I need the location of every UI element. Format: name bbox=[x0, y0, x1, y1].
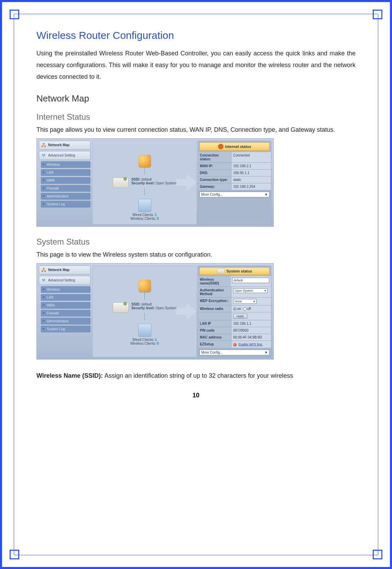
corner-decoration bbox=[373, 10, 382, 19]
panel-header: System status bbox=[199, 267, 270, 275]
radio-on[interactable] bbox=[233, 307, 237, 311]
settings-icon bbox=[41, 153, 46, 158]
sidebar-item-advanced-setting[interactable]: Advanced Setting bbox=[39, 276, 90, 285]
status-value: None▾ bbox=[231, 298, 271, 305]
status-label: PIN code bbox=[198, 327, 231, 334]
connector-line bbox=[144, 292, 145, 300]
more-config-dropdown[interactable]: More Config... ▼ bbox=[199, 192, 270, 197]
chevron-down-icon: ▼ bbox=[264, 351, 268, 354]
status-value bbox=[230, 276, 271, 287]
radio-off[interactable] bbox=[243, 307, 247, 311]
status-value: 192.168.2.254 bbox=[231, 183, 271, 190]
svg-rect-1 bbox=[42, 146, 43, 147]
router-node-icon[interactable] bbox=[113, 302, 129, 313]
wep-encryption-select[interactable]: None▾ bbox=[233, 299, 257, 304]
corner-decoration bbox=[10, 550, 19, 559]
status-label: Authentication Method: bbox=[198, 287, 231, 297]
status-value: 168.95.1.1 bbox=[231, 170, 271, 176]
arrow-icon bbox=[174, 299, 198, 323]
sidebar-item-network-map[interactable]: Network Map bbox=[39, 266, 90, 275]
status-label-empty bbox=[198, 312, 231, 320]
sidebar-label: Advanced Setting bbox=[48, 153, 75, 157]
page-number: 10 bbox=[36, 392, 356, 399]
subsection-system-status: System Status bbox=[36, 237, 356, 247]
router-node-icon[interactable] bbox=[113, 178, 129, 188]
sidebar-item-wireless[interactable]: Wireless bbox=[41, 161, 90, 168]
status-value: 192.168.1.1 bbox=[231, 320, 271, 327]
status-label: Wireless radio bbox=[198, 305, 231, 312]
sidebar-item-lan[interactable]: LAN bbox=[41, 169, 90, 176]
ssid-input[interactable] bbox=[232, 278, 269, 283]
ssid-definition: Wireless Name (SSID): Assign an identifi… bbox=[36, 370, 356, 382]
panel-header: Internet status bbox=[199, 142, 270, 151]
svg-rect-6 bbox=[43, 268, 44, 269]
client-node-icon[interactable] bbox=[138, 324, 151, 337]
svg-point-10 bbox=[43, 280, 44, 281]
status-label: EZSetup bbox=[198, 341, 231, 347]
sidebar-item-system-log[interactable]: System Log bbox=[41, 326, 90, 332]
subsection-internet-status: Internet Status bbox=[36, 112, 356, 122]
connector-line bbox=[144, 188, 145, 195]
svg-point-4 bbox=[43, 155, 44, 156]
page-frame: Wireless Router Configuration Using the … bbox=[0, 0, 392, 569]
connector-line bbox=[144, 167, 145, 175]
status-value: Open System▾ bbox=[231, 287, 271, 297]
sidebar-item-firewall[interactable]: Firewall bbox=[41, 310, 90, 316]
sidebar-item-wireless[interactable]: Wireless bbox=[41, 286, 90, 293]
status-label: MAC address bbox=[198, 334, 231, 341]
more-config-dropdown[interactable]: More Config... ▼ bbox=[199, 350, 270, 355]
arrow-icon bbox=[174, 170, 198, 194]
clients-count-text: Wired Clients: 1 Wireless Clients: 0 bbox=[130, 213, 159, 221]
enable-wps-link[interactable]: Enable WPS first. bbox=[239, 343, 263, 346]
status-label: Wireless name(SSID) bbox=[198, 276, 230, 287]
sidebar-item-wan[interactable]: WAN bbox=[41, 302, 90, 309]
status-label: WAN IP: bbox=[198, 163, 231, 169]
apply-button[interactable]: Apply bbox=[233, 314, 247, 319]
chevron-down-icon: ▾ bbox=[264, 289, 266, 292]
wps-indicator-icon bbox=[233, 343, 237, 346]
svg-rect-7 bbox=[42, 271, 43, 272]
status-value: 192.168.2.1 bbox=[231, 163, 271, 169]
screenshot-system-status: Network Map Advanced Setting Wireless LA… bbox=[36, 263, 274, 359]
sidebar-item-administration[interactable]: Administration bbox=[41, 193, 90, 200]
client-node-icon[interactable] bbox=[138, 199, 151, 212]
sidebar: Network Map Advanced Setting Wireless LA… bbox=[37, 264, 92, 359]
status-value: on off bbox=[231, 305, 271, 312]
status-value: Apply bbox=[231, 312, 271, 320]
sidebar-label: Network Map bbox=[48, 268, 69, 272]
status-label: Connection type: bbox=[198, 176, 231, 183]
internet-status-desc: This page allows you to view current con… bbox=[36, 124, 356, 136]
internet-node-icon[interactable] bbox=[139, 155, 151, 167]
sidebar-item-administration[interactable]: Administration bbox=[41, 318, 90, 324]
router-info: SSID: default Security level: Open Syste… bbox=[131, 302, 176, 310]
sidebar-item-system-log[interactable]: System Log bbox=[41, 201, 90, 207]
internet-status-panel: Internet status Connection status:Connec… bbox=[198, 141, 271, 224]
status-label: WEP Encryption:: bbox=[198, 298, 231, 305]
sidebar-item-lan[interactable]: LAN bbox=[41, 294, 90, 301]
sidebar-item-network-map[interactable]: Network Map bbox=[39, 141, 90, 150]
router-icon bbox=[217, 269, 225, 273]
router-info: SSID: default Security level: Open Syste… bbox=[131, 178, 176, 185]
network-diagram: SSID: default Security level: Open Syste… bbox=[92, 141, 197, 224]
page-title: Wireless Router Configuration bbox=[36, 30, 356, 41]
sidebar-item-firewall[interactable]: Firewall bbox=[41, 185, 90, 192]
svg-point-9 bbox=[42, 279, 43, 280]
internet-node-icon[interactable] bbox=[139, 280, 151, 292]
section-network-map: Network Map bbox=[36, 93, 356, 104]
globe-icon bbox=[218, 144, 224, 149]
chevron-down-icon: ▼ bbox=[264, 193, 268, 196]
sidebar-item-wan[interactable]: WAN bbox=[41, 177, 90, 184]
sidebar-item-advanced-setting[interactable]: Advanced Setting bbox=[39, 151, 90, 160]
svg-point-5 bbox=[44, 154, 45, 155]
auth-method-select[interactable]: Open System▾ bbox=[233, 288, 268, 293]
status-value: 00:06:4F:34:9B:8D bbox=[231, 334, 271, 341]
svg-rect-8 bbox=[44, 271, 46, 272]
corner-decoration bbox=[373, 550, 382, 559]
clients-count-text: Wired Clients: 1 Wireless Clients: 0 bbox=[130, 338, 159, 345]
network-diagram: SSID: default Security level: Open Syste… bbox=[92, 266, 197, 357]
system-status-panel: System status Wireless name(SSID) Authen… bbox=[198, 266, 271, 357]
screenshot-internet-status: Network Map Advanced Setting Wireless LA… bbox=[36, 138, 274, 227]
status-label: Gateway: bbox=[198, 183, 231, 190]
status-label: Connection status: bbox=[198, 152, 231, 162]
network-map-icon bbox=[41, 143, 46, 148]
